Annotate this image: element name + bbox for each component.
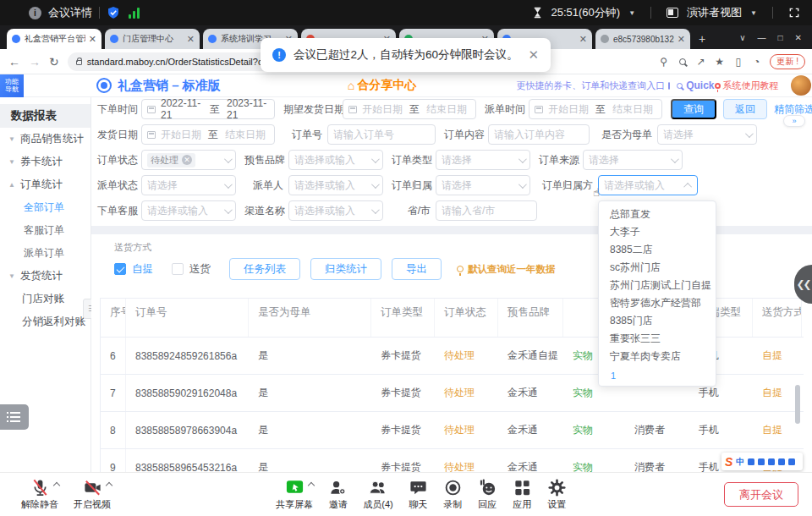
- tag-close-icon[interactable]: ✕: [182, 155, 192, 165]
- order-belong-party-select[interactable]: 请选择或输入总部直发大李子8385二店sc苏州门店苏州门店测试上门自提密特罗德水…: [598, 175, 698, 195]
- task-list-button[interactable]: 任务列表: [229, 258, 300, 280]
- sidebar-item-shipping-stats[interactable]: ▼发货统计: [0, 265, 91, 288]
- back-icon[interactable]: ←: [8, 55, 20, 69]
- classify-stats-button[interactable]: 归类统计: [310, 258, 381, 280]
- collapse-chevrons-icon[interactable]: »: [783, 115, 805, 127]
- order-status-select[interactable]: 待处理✕: [141, 150, 236, 170]
- invite-button[interactable]: 邀请: [328, 478, 348, 511]
- side-panel-icon[interactable]: ▯: [732, 56, 743, 67]
- expand-caret-icon[interactable]: [105, 482, 112, 489]
- browser-tab[interactable]: e8c573980b1328a258fd2e6f8✕: [595, 29, 690, 49]
- zoom-icon[interactable]: [677, 56, 688, 67]
- timer-dropdown-icon[interactable]: ▼: [628, 9, 635, 17]
- start-video-button[interactable]: 开启视频: [74, 478, 111, 511]
- order-content-input[interactable]: 请输入订单内容: [488, 124, 590, 145]
- dispatch-time-range[interactable]: 开始日期至结束日期: [529, 99, 662, 119]
- profile-icon[interactable]: ◔: [751, 56, 762, 67]
- new-tab-button[interactable]: +: [699, 32, 705, 46]
- quick-search-link[interactable]: Quick: [677, 80, 714, 91]
- settings-button[interactable]: 设置: [547, 478, 567, 511]
- key-icon[interactable]: ⚲: [658, 56, 669, 67]
- sidebar-item-coupon-card-stats[interactable]: ▼券卡统计: [0, 151, 91, 173]
- province-city-input[interactable]: 请输入省/市: [436, 200, 537, 221]
- order-source-select[interactable]: 请选择: [583, 150, 683, 170]
- sidebar-item-store-reconciliation[interactable]: 门店对账: [0, 288, 91, 310]
- minimize-button[interactable]: —: [758, 33, 766, 42]
- sidebar-item-product-sales-stats[interactable]: ▼商品销售统计: [0, 128, 91, 151]
- tab-search-icon[interactable]: ∨: [739, 33, 745, 42]
- dropdown-option[interactable]: 8385二店: [599, 241, 716, 259]
- tutorial-link[interactable]: 系统使用教程: [715, 80, 779, 92]
- tab-close-icon[interactable]: ✕: [89, 34, 96, 45]
- meeting-timer[interactable]: 25:51(60分钟): [551, 5, 621, 20]
- sidebar-item-agent-orders[interactable]: 客服订单: [0, 219, 91, 242]
- order-belong-select[interactable]: 请选择: [436, 175, 530, 195]
- dropdown-option[interactable]: 宁夏羊肉专卖店: [599, 348, 716, 365]
- sidebar-item-dispatch-orders[interactable]: 派单订单: [0, 242, 91, 265]
- toast-close-icon[interactable]: ✕: [529, 47, 540, 63]
- order-type-select[interactable]: 请选择: [436, 150, 530, 170]
- dropdown-option[interactable]: sc苏州门店: [599, 259, 716, 277]
- view-mode-selector[interactable]: 演讲者视图: [687, 5, 742, 20]
- tab-close-icon[interactable]: ✕: [678, 34, 685, 45]
- order-time-range[interactable]: 2022-11-21至2023-11-21: [141, 99, 275, 119]
- order-agent-select[interactable]: 请选择或输入: [141, 200, 236, 221]
- chat-button[interactable]: 聊天: [409, 478, 428, 511]
- collapse-filter-link[interactable]: 精简筛选»: [774, 102, 812, 117]
- browser-tab[interactable]: 礼盒营销平台管理中心✕: [7, 29, 102, 49]
- apps-button[interactable]: 应用: [513, 478, 532, 511]
- leave-meeting-button[interactable]: 离开会议: [724, 482, 798, 507]
- dropdown-option[interactable]: 苏州门店测试上门自提: [599, 277, 716, 294]
- close-window-button[interactable]: ✕: [795, 33, 802, 42]
- maximize-button[interactable]: □: [778, 33, 783, 42]
- table-row[interactable]: 983858858965453216a是券卡提货待处理金禾通实物消费者手机自提: [101, 449, 804, 472]
- tab-close-icon[interactable]: ✕: [187, 34, 195, 45]
- checkbox-checked[interactable]: [114, 263, 126, 275]
- record-button[interactable]: 录制: [443, 478, 463, 511]
- share-screen-button[interactable]: 共享屏幕: [276, 478, 313, 511]
- dropdown-option[interactable]: 重要张三三: [599, 330, 716, 348]
- reload-icon[interactable]: ↻: [49, 55, 59, 69]
- is-parent-order-select[interactable]: 请选择: [657, 124, 757, 145]
- browser-update-button[interactable]: 更新!: [770, 54, 805, 69]
- avatar[interactable]: [791, 75, 811, 96]
- export-button[interactable]: 导出: [392, 258, 442, 280]
- reaction-button[interactable]: 回应: [478, 478, 497, 511]
- fullscreen-icon[interactable]: [788, 7, 800, 19]
- dispatcher-select[interactable]: 请选择或输入: [288, 175, 383, 195]
- meeting-details[interactable]: i 会议详情: [29, 5, 92, 20]
- checkbox-unchecked[interactable]: [172, 263, 184, 275]
- ime-toolbar[interactable]: S 中: [721, 453, 803, 470]
- table-row[interactable]: 883858858978663904a是券卡提货待处理金禾通实物消费者手机自提: [101, 412, 804, 449]
- share-icon[interactable]: ↗: [695, 56, 706, 67]
- expand-caret-icon[interactable]: [52, 482, 59, 489]
- table-scrollbar[interactable]: [795, 385, 800, 424]
- presale-brand-select[interactable]: 请选择或输入: [288, 150, 383, 170]
- bookmark-star-icon[interactable]: ★: [714, 56, 725, 67]
- channel-name-select[interactable]: 请选择或输入: [288, 200, 383, 221]
- ship-date-range[interactable]: 开始日期至结束日期: [141, 124, 275, 145]
- order-no-input[interactable]: 请输入订单号: [327, 124, 436, 145]
- sidebar-item-order-stats[interactable]: ▲订单统计: [0, 173, 91, 196]
- expand-caret-icon[interactable]: [308, 482, 315, 489]
- members-button[interactable]: 成员(4): [363, 478, 392, 511]
- dropdown-option[interactable]: 密特罗德水产经营部: [599, 294, 716, 312]
- expected-ship-date-range[interactable]: 开始日期至结束日期: [343, 99, 476, 119]
- dropdown-option[interactable]: 大李子: [599, 223, 716, 241]
- tab-close-icon[interactable]: ✕: [579, 34, 587, 45]
- view-dropdown-icon[interactable]: ▼: [750, 9, 757, 17]
- share-center-link[interactable]: ⌂ 合分享中心: [348, 78, 416, 93]
- dropdown-option[interactable]: 8385门店: [599, 312, 716, 330]
- back-button[interactable]: 返回: [723, 99, 767, 119]
- browser-tab[interactable]: 门店管理中心✕: [105, 29, 200, 49]
- dropdown-page-1[interactable]: 1: [599, 365, 716, 382]
- query-button[interactable]: 查询: [671, 99, 716, 119]
- forward-icon[interactable]: →: [29, 55, 41, 69]
- function-nav-button[interactable]: 功能 导航: [0, 74, 24, 97]
- dropdown-option[interactable]: 总部直发: [599, 206, 716, 223]
- sidebar-item-all-orders[interactable]: 全部订单: [0, 196, 91, 219]
- dispatch-status-select[interactable]: 请选择: [141, 175, 236, 195]
- sidebar-item-distribution-rebate[interactable]: 分销返利对账: [0, 310, 91, 333]
- meeting-list-button[interactable]: [0, 404, 29, 430]
- unmute-button[interactable]: 解除静音: [21, 478, 58, 511]
